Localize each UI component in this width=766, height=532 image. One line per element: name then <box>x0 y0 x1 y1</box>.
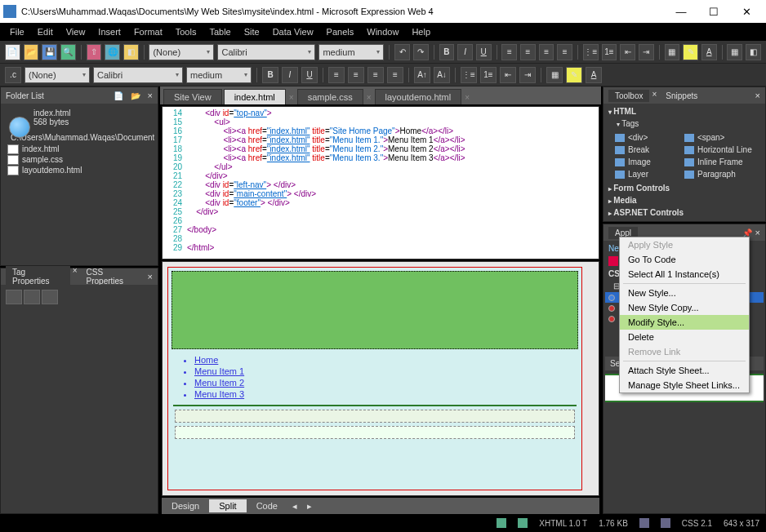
toolbox-cat-media[interactable]: Media <box>605 194 764 206</box>
toolbox-cat-aspnet[interactable]: ASP.NET Controls <box>605 206 764 219</box>
highlight-color-button[interactable]: ✎ <box>683 44 698 60</box>
show-set-button[interactable] <box>42 290 58 304</box>
tab-close-icon[interactable]: × <box>287 91 296 104</box>
outdent-button-2[interactable]: ⇤ <box>500 67 516 83</box>
font-color-button[interactable]: A <box>701 44 717 60</box>
view-nav-arrows[interactable]: ◂▸ <box>287 501 317 512</box>
doctype-status[interactable]: XHTML 1.0 T <box>539 519 587 528</box>
save-button[interactable]: 💾 <box>42 44 57 60</box>
menu-item-modify-style[interactable]: Modify Style... <box>620 315 749 330</box>
snippets-tab[interactable]: Snippets <box>659 90 704 102</box>
toolbox-item-hr[interactable]: Horizontal Line <box>684 144 754 156</box>
toolbox-subcat-tags[interactable]: Tags <box>605 117 764 130</box>
doc-tab-index-html[interactable]: index.html <box>224 89 286 104</box>
bullets-button[interactable]: ⋮≡ <box>583 44 599 60</box>
file-item[interactable]: layoutdemo.html <box>4 165 154 175</box>
doc-tab-sample-css[interactable]: sample.css <box>297 89 363 104</box>
css-version-status[interactable]: CSS 2.1 <box>682 519 712 528</box>
view-tab-code[interactable]: Code <box>247 499 287 512</box>
main-content-placeholder[interactable] <box>175 426 575 439</box>
menu-item-delete[interactable]: Delete <box>620 330 749 344</box>
indent-button[interactable]: ⇥ <box>639 44 654 60</box>
menu-item-go-to-code[interactable]: Go To Code <box>620 252 749 267</box>
preview-browser-button[interactable]: 🌐 <box>105 44 120 60</box>
toolbox-item-iframe[interactable]: Inline Frame <box>684 156 754 168</box>
code-line[interactable]: 19 <li><a href="index.html" title="Menu … <box>163 153 599 162</box>
style-select-2[interactable]: (None)▾ <box>24 67 90 83</box>
new-page-icon[interactable]: 📂 <box>131 91 140 100</box>
left-nav-placeholder[interactable] <box>175 410 575 423</box>
borders-button-2[interactable]: ▦ <box>546 67 563 83</box>
redo-button[interactable]: ↷ <box>413 44 429 60</box>
sort-alpha-button[interactable] <box>6 290 22 304</box>
doc-tab-site-view[interactable]: Site View <box>163 89 222 104</box>
panel-close-button[interactable]: × <box>755 91 760 100</box>
nav-link[interactable]: Menu Item 2 <box>194 377 567 388</box>
numbering-button-2[interactable]: 1≡ <box>480 67 497 83</box>
font-color-button-2[interactable]: A <box>586 67 602 83</box>
code-line[interactable]: 29</html> <box>163 243 599 252</box>
decrease-font-button[interactable]: A↓ <box>434 67 450 83</box>
maximize-button[interactable]: ☐ <box>697 2 730 21</box>
code-line[interactable]: 21 </div> <box>163 171 599 180</box>
code-line[interactable]: 27</body> <box>163 225 599 234</box>
superpreview-button[interactable]: ◧ <box>123 44 139 60</box>
menu-format[interactable]: Format <box>127 24 169 39</box>
code-view[interactable]: 14 <div id="top-nav">15 <ul>16 <li><a hr… <box>162 106 599 259</box>
nav-link[interactable]: Menu Item 1 <box>194 366 567 377</box>
class-button[interactable]: .c <box>5 67 21 83</box>
align-right-button-2[interactable]: ≡ <box>367 67 384 83</box>
view-tab-split[interactable]: Split <box>209 499 246 512</box>
menu-item-new-style-copy[interactable]: New Style Copy... <box>620 300 749 315</box>
numbering-button[interactable]: 1≡ <box>602 44 617 60</box>
new-button[interactable]: 📄 <box>5 44 20 60</box>
align-right-button[interactable]: ≡ <box>539 44 554 60</box>
menu-insert[interactable]: Insert <box>91 24 127 39</box>
header-region[interactable] <box>171 271 578 349</box>
minimize-button[interactable]: — <box>665 2 697 21</box>
sort-cat-button[interactable] <box>24 290 40 304</box>
menu-item-new-style[interactable]: New Style... <box>620 286 749 300</box>
style-select-1[interactable]: (None)▾ <box>149 44 214 60</box>
undo-button[interactable]: ↶ <box>394 44 410 60</box>
menu-data-view[interactable]: Data View <box>266 24 320 39</box>
font-select-1[interactable]: Calibri▾ <box>217 44 315 60</box>
increase-font-button[interactable]: A↑ <box>414 67 430 83</box>
justify-button-2[interactable]: ≡ <box>387 67 403 83</box>
menu-item-select-all-instance-s[interactable]: Select All 1 Instance(s) <box>620 267 749 282</box>
validate-icon[interactable] <box>497 518 506 528</box>
toolbox-cat-form[interactable]: Form Controls <box>605 182 764 194</box>
code-line[interactable]: 26 <box>163 216 599 225</box>
code-line[interactable]: 23 <div id="main-content"> </div> <box>163 189 599 198</box>
italic-button-2[interactable]: I <box>282 67 298 83</box>
code-line[interactable]: 22 <div id="left-nav"> </div> <box>163 180 599 189</box>
pin-icon[interactable]: 📌 <box>742 228 752 237</box>
code-line[interactable]: 24 <div id="footer"> </div> <box>163 198 599 207</box>
menu-window[interactable]: Window <box>360 24 405 39</box>
code-line[interactable]: 14 <div id="top-nav"> <box>163 109 599 117</box>
menu-edit[interactable]: Edit <box>31 24 60 39</box>
italic-button-1[interactable]: I <box>457 44 473 60</box>
code-line[interactable]: 20 </ul> <box>163 162 599 171</box>
dimensions-status[interactable]: 643 x 317 <box>724 519 759 528</box>
align-left-button-2[interactable]: ≡ <box>328 67 345 83</box>
align-left-button[interactable]: ≡ <box>501 44 517 60</box>
underline-button-2[interactable]: U <box>301 67 318 83</box>
menu-table[interactable]: Table <box>203 24 237 39</box>
insert-table-button[interactable]: ▦ <box>727 44 742 60</box>
align-center-button[interactable]: ≡ <box>520 44 536 60</box>
bold-button-2[interactable]: B <box>262 67 278 83</box>
tab-close-icon[interactable]: × <box>463 91 471 104</box>
menu-panels[interactable]: Panels <box>320 24 361 39</box>
justify-button[interactable]: ≡ <box>557 44 572 60</box>
new-folder-icon[interactable]: 📄 <box>114 91 123 100</box>
menu-item-manage-style-sheet-links[interactable]: Manage Style Sheet Links... <box>620 378 749 392</box>
design-canvas[interactable]: HomeMenu Item 1Menu Item 2Menu Item 3 <box>167 267 582 490</box>
toolbox-item-span[interactable]: <span> <box>684 131 754 144</box>
menu-file[interactable]: File <box>3 24 31 39</box>
highlight-color-button-2[interactable]: ✎ <box>566 67 582 83</box>
show-layer-button[interactable]: ◧ <box>746 44 761 60</box>
size-select-1[interactable]: medium▾ <box>318 44 384 60</box>
menu-view[interactable]: View <box>60 24 92 39</box>
file-item[interactable]: index.html <box>4 144 154 154</box>
